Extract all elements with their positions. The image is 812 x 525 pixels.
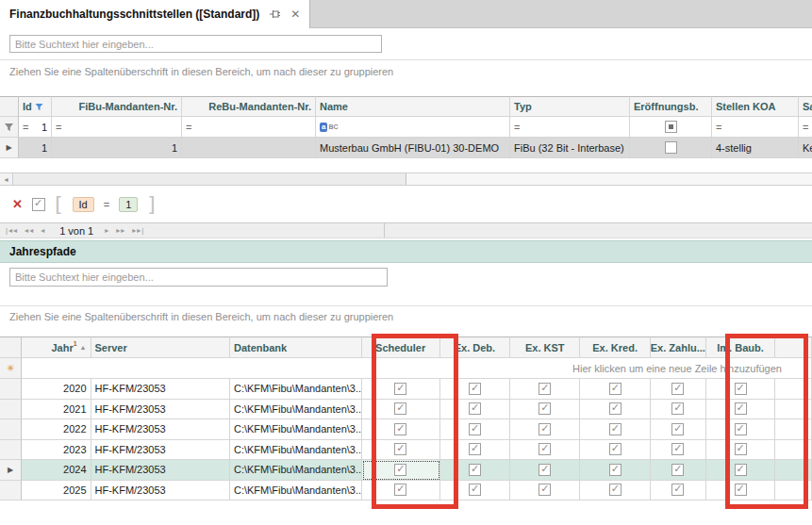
search-input-jahrespfade[interactable]: Bitte Suchtext hier eingeben... (9, 268, 388, 287)
grid1-col-clipped[interactable]: Sa (799, 96, 812, 117)
cell-scheduler-focused[interactable] (362, 460, 440, 481)
cell-jahr[interactable]: 2021 (22, 400, 91, 420)
cell-id[interactable]: 1 (19, 138, 52, 158)
filter-name-cell[interactable]: aBC (316, 117, 510, 138)
cell-ex-zahlu[interactable] (651, 379, 706, 400)
filter-clipped-cell[interactable]: = (799, 117, 812, 138)
grid2-col-ex-zahlu[interactable]: Ex. Zahlu... (651, 336, 706, 358)
checked-checkbox[interactable] (394, 383, 406, 395)
filter-field-chip[interactable]: Id (73, 197, 94, 212)
next-page-icon[interactable]: ▸▸ (116, 226, 125, 235)
checked-checkbox[interactable] (671, 443, 684, 455)
checked-checkbox[interactable] (469, 443, 481, 455)
grid2-row-2022[interactable]: 2022 HF-KFM/23053 C:\KFM\Fibu\Mandanten\… (0, 419, 812, 440)
grid2-col-ex-kst[interactable]: Ex. KST (510, 336, 580, 358)
cell-im-baub[interactable] (706, 400, 775, 420)
cell-ex-kred[interactable] (580, 379, 650, 400)
cell-server[interactable]: HF-KFM/23053 (91, 400, 230, 420)
grid2-col-im-baub[interactable]: Im. Baub. (706, 336, 775, 358)
filter-operator[interactable]: = (104, 199, 109, 210)
checked-checkbox[interactable] (609, 443, 621, 455)
cell-ex-deb[interactable] (440, 419, 510, 440)
filter-typ-cell[interactable]: = (510, 117, 630, 138)
cell-ex-deb[interactable] (440, 460, 510, 481)
prev-record-icon[interactable]: ◂ (41, 226, 45, 235)
cell-ex-kred[interactable] (580, 440, 650, 461)
cell-datenbank[interactable]: C:\KFM\Fibu\Mandanten\3... (230, 481, 362, 501)
checked-checkbox[interactable] (671, 383, 684, 395)
filter-id-cell[interactable]: =1 (19, 117, 52, 138)
filter-value-chip[interactable]: 1 (119, 197, 138, 212)
cell-ex-kred[interactable] (580, 400, 650, 420)
grid2-col-datenbank[interactable]: Datenbank (230, 336, 362, 358)
cell-ex-kred[interactable] (580, 481, 650, 501)
cell-ex-zahlu[interactable] (651, 460, 706, 481)
cell-scheduler[interactable] (362, 400, 440, 420)
checked-checkbox[interactable] (394, 484, 406, 496)
cell-ex-kst[interactable] (510, 419, 580, 440)
filter-eroeffnungsb-cell[interactable] (630, 117, 712, 138)
scrollbar-thumb[interactable] (13, 173, 406, 185)
cell-jahr[interactable]: 2020 (22, 379, 91, 400)
cell-typ[interactable]: FiBu (32 Bit - Interbase) (510, 138, 630, 158)
cell-ex-zahlu[interactable] (651, 419, 706, 440)
checked-checkbox[interactable] (735, 423, 747, 435)
checked-checkbox[interactable] (735, 464, 747, 476)
grid2-row-2024-selected[interactable]: ▶ 2024 HF-KFM/23053 C:\KFM\Fibu\Mandante… (0, 460, 812, 481)
cell-im-baub[interactable] (706, 419, 775, 440)
cell-server[interactable]: HF-KFM/23053 (91, 419, 230, 440)
cell-fibu[interactable]: 1 (52, 138, 182, 158)
grid2-col-ex-deb[interactable]: Ex. Deb. (440, 336, 510, 358)
cell-datenbank[interactable]: C:\KFM\Fibu\Mandanten\3... (230, 460, 362, 481)
checked-checkbox[interactable] (539, 484, 551, 496)
tab-finanzbuchhaltungsschnittstellen[interactable]: Finanzbuchhaltungsschnittstellen ([Stand… (0, 0, 310, 28)
checked-checkbox[interactable] (469, 402, 481, 415)
cell-ex-deb[interactable] (440, 400, 510, 420)
last-record-icon[interactable]: ▸▸| (132, 226, 144, 235)
cell-server[interactable]: HF-KFM/23053 (91, 460, 230, 481)
unchecked-checkbox[interactable] (665, 141, 677, 154)
checked-checkbox[interactable] (539, 402, 551, 415)
prev-page-icon[interactable]: ◂◂ (25, 226, 34, 235)
grid1-data-row[interactable]: ▶ 1 1 Musterbau GmbH (FIBU-01) 30-DEMO F… (0, 138, 812, 158)
search-input[interactable]: Bitte Suchtext hier eingeben... (9, 35, 382, 53)
grid2-col-ex-kred[interactable]: Ex. Kred. (580, 336, 650, 358)
checked-checkbox[interactable] (469, 464, 481, 476)
cell-im-baub[interactable] (706, 481, 775, 501)
checked-checkbox[interactable] (735, 484, 747, 496)
checked-checkbox[interactable] (671, 402, 684, 415)
checked-checkbox[interactable] (671, 464, 684, 476)
grid1-col-stellen-koa[interactable]: Stellen KOA (712, 96, 799, 117)
cell-datenbank[interactable]: C:\KFM\Fibu\Mandanten\3... (230, 400, 362, 420)
grid2-col-scheduler[interactable]: Scheduler (362, 336, 440, 358)
cell-rebu[interactable] (182, 138, 316, 158)
horizontal-scrollbar[interactable]: ◂ (0, 172, 812, 186)
pin-icon[interactable] (269, 8, 281, 20)
cell-server[interactable]: HF-KFM/23053 (91, 481, 230, 501)
cell-server[interactable]: HF-KFM/23053 (91, 440, 230, 461)
next-record-icon[interactable]: ▸ (105, 226, 109, 235)
grid2-row-2023[interactable]: 2023 HF-KFM/23053 C:\KFM\Fibu\Mandanten\… (0, 440, 812, 461)
checked-checkbox[interactable] (539, 443, 551, 455)
cell-stellen-koa[interactable]: 4-stellig (712, 138, 799, 158)
cell-ex-kst[interactable] (510, 400, 580, 420)
cell-scheduler[interactable] (362, 481, 440, 501)
checked-checkbox[interactable] (469, 383, 481, 395)
checked-checkbox[interactable] (609, 484, 621, 496)
filter-enabled-checkbox[interactable] (32, 198, 45, 211)
grid1-col-name[interactable]: Name (316, 96, 510, 117)
checked-checkbox[interactable] (671, 484, 684, 496)
grid2-row-2025[interactable]: 2025 HF-KFM/23053 C:\KFM\Fibu\Mandanten\… (0, 481, 812, 501)
grid1-col-fibu[interactable]: FiBu-Mandanten-Nr. (52, 96, 182, 117)
checked-checkbox[interactable] (469, 423, 481, 435)
cell-scheduler[interactable] (362, 379, 440, 400)
first-record-icon[interactable]: |◂◂ (6, 226, 18, 235)
cell-ex-kst[interactable] (510, 481, 580, 501)
cell-im-baub[interactable] (706, 379, 775, 400)
cell-name[interactable]: Musterbau GmbH (FIBU-01) 30-DEMO (316, 138, 510, 158)
grid2-row-2021[interactable]: 2021 HF-KFM/23053 C:\KFM\Fibu\Mandanten\… (0, 400, 812, 420)
grid1-col-typ[interactable]: Typ (510, 96, 630, 117)
cell-jahr[interactable]: 2023 (22, 440, 91, 461)
grid1-col-id[interactable]: Id (19, 96, 52, 117)
checked-checkbox[interactable] (539, 383, 551, 395)
